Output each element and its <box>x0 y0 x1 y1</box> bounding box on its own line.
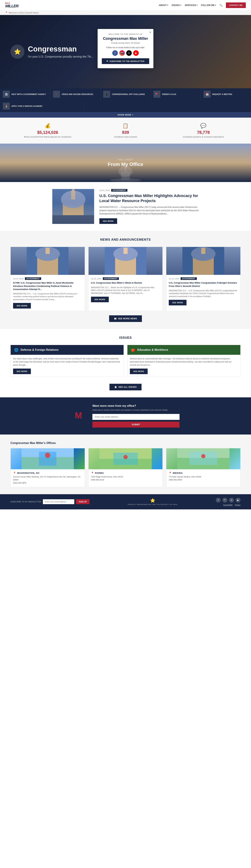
quick-link-flag[interactable]: 🚩 ORDER A FLAG <box>151 88 201 100</box>
footer-seal: ⭐ <box>150 498 155 503</box>
issue-card-defense: 🌐 Defense & Foreign Relations Our nation… <box>10 345 124 377</box>
news-badge-1: Government <box>103 277 119 280</box>
featured-article-content: Jul 25, 2024 Government U.S. Congressman… <box>99 189 199 224</box>
featured-badge: Government <box>111 189 128 192</box>
agency-icon: 🏛️ <box>3 91 10 98</box>
footer-center: ⭐ PROUDLY REPRESENTING THE 7TH DISTRICT … <box>128 498 177 505</box>
cases-icon: 📋 <box>88 123 163 129</box>
issues-grid: 🌐 Defense & Foreign Relations Our nation… <box>10 345 241 377</box>
social-icons-group: f 📷 ✕ ▶ <box>102 50 149 56</box>
news-see-more-button-0[interactable]: SEE MORE <box>13 303 31 309</box>
district-bar: 📍 Welcome to Ohio's Seventh District <box>0 10 251 15</box>
questions-icon: 💬 <box>166 123 241 129</box>
quick-link-meeting[interactable]: 📅 REQUEST A MEETING <box>201 88 251 100</box>
featured-see-more-button[interactable]: SEE MORE <box>99 218 117 224</box>
defense-icon: 🌐 <box>14 348 19 352</box>
stat-questions-number: 78,778 <box>166 130 241 135</box>
featured-article-section: Jul 25, 2024 Government U.S. Congressman… <box>47 189 204 224</box>
featured-dome-img <box>52 189 94 224</box>
newsletter-submit-button[interactable]: SUBMIT <box>93 422 180 428</box>
see-more-news-button[interactable]: 📰 SEE MORE NEWS <box>109 315 142 322</box>
nav-issues[interactable]: ISSUES <box>172 4 181 6</box>
app-challenge-icon: 📱 <box>103 91 110 98</box>
news-see-more-button-1[interactable]: SEE MORE <box>91 297 109 302</box>
footer-twitter-icon[interactable]: ✕ <box>229 498 234 503</box>
svg-point-36 <box>201 454 206 458</box>
news-card-body-0: Jul 24, 2024 Government ICYMI: U.S. Cong… <box>11 275 85 311</box>
nav-follow[interactable]: FOLLOW ME <box>201 4 216 6</box>
footer-bottom-links: Accessibility Privacy <box>223 504 241 506</box>
issue-card-education: 🍎 Education & Workforce America faces an… <box>127 345 241 377</box>
youtube-icon[interactable]: ▶ <box>133 50 139 56</box>
hero-section: ⭐ Congressman I'm your U.S. Congressman … <box>0 15 251 88</box>
issues-icon: 📋 <box>114 386 117 388</box>
welcome-modal: ✕ Welcome to the website of Congressman … <box>98 29 153 68</box>
congressional-seal: ⭐ <box>10 45 25 59</box>
issue-defense-body: Our nation faces many challenges, none o… <box>11 355 123 377</box>
facebook-icon[interactable]: f <box>112 50 118 56</box>
flag-label: ORDER A FLAG <box>162 93 176 95</box>
quick-link-agency[interactable]: 🏛️ HELP WITH A GOVERNMENT AGENCY <box>0 88 50 100</box>
footer-privacy-link[interactable]: Privacy <box>235 504 241 506</box>
newsletter-email-input[interactable] <box>93 414 180 420</box>
flag-icon: 🚩 <box>153 91 160 98</box>
capitol-banner: The Latest From My Office <box>0 144 251 182</box>
logo[interactable]: MAX MILLER <box>5 2 19 8</box>
svg-point-32 <box>123 455 128 459</box>
twitter-icon[interactable]: ✕ <box>126 50 132 56</box>
footer-accessibility-link[interactable]: Accessibility <box>223 504 233 506</box>
footer-links-area: f 📷 ✕ ▶ Accessibility Privacy <box>216 498 241 506</box>
footer-signup-button[interactable]: SIGN UP <box>76 499 89 504</box>
footer-email-input[interactable] <box>43 499 74 504</box>
issue-defense-see-more[interactable]: SEE MORE <box>13 369 31 374</box>
search-icon[interactable]: 🔍 <box>219 4 222 7</box>
quick-link-app-challenge[interactable]: 📱 CONGRESSIONAL APP CHALLENGE <box>100 88 151 100</box>
hero-subtitle: I'm your U.S. Congressman proudly servin… <box>28 55 94 58</box>
svg-rect-35 <box>189 452 217 465</box>
location-pin-icon-parma: 📍 <box>91 472 94 474</box>
app-challenge-label: CONGRESSIONAL APP CHALLENGE <box>112 93 145 95</box>
see-all-issues-button[interactable]: 📋 SEE ALL ISSUES <box>109 384 142 391</box>
stat-cases: 📋 939 Constituent cases resolved <box>88 123 163 138</box>
news-announcements-section: News and Announcements Jul 24, 2024 Gove… <box>0 231 251 329</box>
issue-defense-text: Our nation faces many challenges, none o… <box>13 357 121 367</box>
academy-icon: 🎖️ <box>3 103 10 110</box>
news-date-1: Jul 22, 2024 <box>91 278 102 280</box>
modal-name: Congressman Max Miller <box>102 36 149 41</box>
modal-close-button[interactable]: ✕ <box>149 31 151 34</box>
nav-about[interactable]: ABOUT <box>159 4 168 6</box>
hero-text: Congressman I'm your U.S. Congressman pr… <box>28 45 94 58</box>
nav-services[interactable]: SERVICES <box>185 4 198 6</box>
show-more-button[interactable]: SHOW MORE + <box>0 112 251 118</box>
news-see-more-button-2[interactable]: SEE MORE <box>169 300 186 305</box>
news-card-2: Jul 14, 2024 Government U.S. Congressman… <box>166 247 241 311</box>
contact-button[interactable]: CONTACT ME <box>226 2 246 8</box>
subscribe-newsletter-button[interactable]: ✉ SUBSCRIBE TO THE NEWSLETTER <box>102 58 149 64</box>
footer-youtube-icon[interactable]: ▶ <box>236 498 241 503</box>
news-card-1: Jul 22, 2024 Government U.S. Congressman… <box>88 247 163 311</box>
office-parma-body: 📍 PARMA 7205 Ridge Road Parma, Ohio 4412… <box>88 469 163 484</box>
news-excerpt-0: WASHINGTON, D.C. – U.S. Congressman Max … <box>13 292 82 301</box>
from-office-sub: The Latest <box>108 158 143 161</box>
crisis-icon: 📞 <box>53 91 60 98</box>
news-card-img-1 <box>88 247 163 275</box>
meeting-label: REQUEST A MEETING <box>212 93 232 95</box>
quick-link-academy[interactable]: 🎖️ APPLY FOR A SERVICE ACADEMY <box>0 100 84 112</box>
issues-section: Issues 🌐 Defense & Foreign Relations Our… <box>0 329 251 397</box>
news-title-1: U.S. Congressman Max Miller's Week In Re… <box>91 281 160 284</box>
issue-education-see-more[interactable]: SEE MORE <box>130 369 148 374</box>
quick-link-crisis[interactable]: 📞 CRISIS AND SUICIDE RESOURCES <box>50 88 100 100</box>
office-dc-city: 📍 WASHINGTON, DC <box>13 472 82 474</box>
instagram-icon[interactable]: 📷 <box>119 50 125 56</box>
footer-instagram-icon[interactable]: 📷 <box>222 498 227 503</box>
news-badge-0: Government <box>25 277 41 280</box>
news-date-badge-2: Jul 14, 2024 Government <box>169 277 238 280</box>
office-card-dc: 📍 WASHINGTON, DC Cannon House Office Bui… <box>10 448 85 487</box>
hero-title: Congressman <box>28 45 94 53</box>
from-office-title: From My Office <box>108 162 143 167</box>
newsletter-logo: M <box>71 409 85 423</box>
modal-welcome-text: Welcome to the website of <box>102 33 149 35</box>
modal-follow-text: Follow me on social media to stay up to … <box>102 46 149 49</box>
location-icon: 📍 <box>5 11 8 14</box>
footer-facebook-icon[interactable]: f <box>216 498 221 503</box>
